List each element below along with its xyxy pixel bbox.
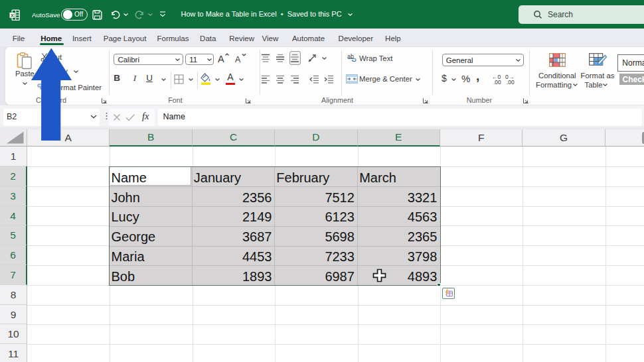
svg-text:A: A [218, 54, 224, 64]
svg-text:.00: .00 [507, 79, 515, 85]
svg-text:A: A [235, 55, 241, 64]
svg-text:.00: .00 [493, 79, 501, 85]
